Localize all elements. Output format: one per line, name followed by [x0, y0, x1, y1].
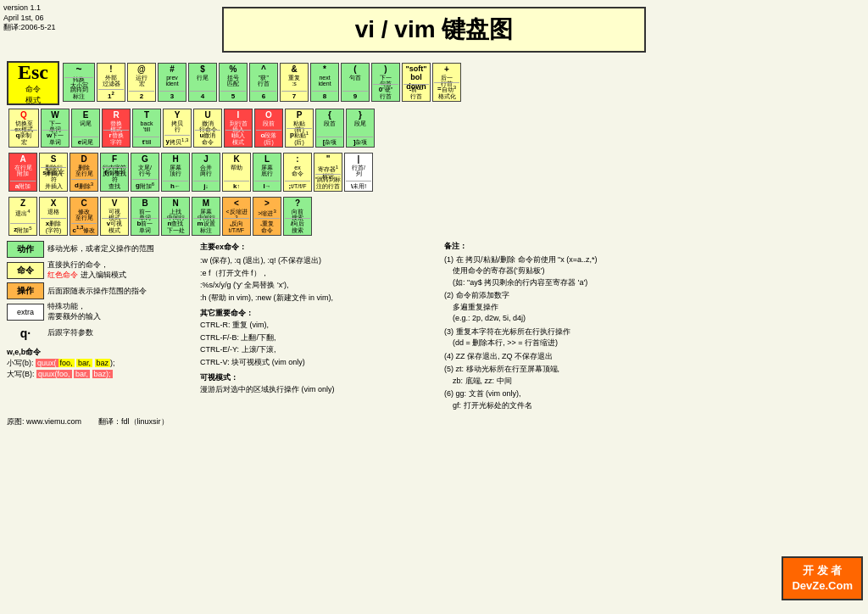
- cmd-h: :h (帮助 in vim), :new (新建文件 in vim),: [200, 292, 437, 304]
- key-Q[interactable]: Q 切换至ex模式 q录制宏: [8, 109, 39, 148]
- legend-q-symbol: q·: [7, 325, 44, 342]
- key-E[interactable]: E 词尾 e词尾: [71, 109, 100, 148]
- watermark: 开 发 者DevZe.Com: [782, 556, 863, 600]
- legend-action-color: 动作: [7, 241, 44, 258]
- page-title: vi / vim 键盘图: [229, 14, 639, 46]
- legend-action-desc: 移动光标，或者定义操作的范围: [47, 244, 154, 254]
- version-info: version 1.1 April 1st, 06 翻译:2006-5-21: [3, 3, 56, 33]
- key-D[interactable]: D 删除至行尾 d删除3: [70, 153, 98, 192]
- legend-section: 动作 移动光标，或者定义操作的范围 命令 直接执行的命令，红色命令 进入编辑模式…: [7, 241, 193, 380]
- footer-translator: 翻译：fdl（linuxsir）: [98, 416, 169, 427]
- cmd-ctrlfb: CTRL-F/-B: 上翻/下翻,: [200, 332, 437, 343]
- key-quote[interactable]: " 寄存器1标识 '跳转到标注的行首: [314, 153, 342, 192]
- cmd-s: :%s/x/y/g ('y' 全局替换 'x'),: [200, 279, 437, 291]
- note-4: (4) ZZ 保存退出, ZQ 不保存退出: [444, 351, 861, 363]
- key-8[interactable]: * nextident 8: [310, 63, 339, 102]
- web-commands: w,e,b命令 小写(b): quux(foo, bar, baz); 大写(B…: [7, 347, 193, 380]
- key-gt[interactable]: > >缩进3 .重复命令: [253, 197, 281, 236]
- key-question[interactable]: ? 向前搜索 /向后搜索: [283, 197, 312, 236]
- asdf-row: A 在行尾附加 a附加 S 删除行并插入 s删除字符并插入 D 删除至行尾 d删…: [7, 151, 375, 193]
- key-I[interactable]: I 到行首插入 i插入模式: [224, 109, 253, 148]
- note-1: (1) 在 拷贝/粘贴/删除 命令前使用 "x (x=a..z,*) 使用命令的…: [444, 254, 861, 289]
- cmd-w: :w (保存), :q (退出), :q! (不保存退出): [200, 254, 437, 266]
- notes-section: 备注： (1) 在 拷贝/粘贴/删除 命令前使用 "x (x=a..z,*) 使…: [444, 241, 861, 411]
- key-9[interactable]: ( 句首 9: [341, 63, 370, 102]
- key-U[interactable]: U 撤消行命令 u撤消命令: [193, 109, 222, 148]
- number-row: ~ 转换大小写 `跳转到标注 ! 外部过滤器 12 @ 运行宏 2: [61, 61, 463, 103]
- title-box: vi / vim 键盘图: [222, 7, 646, 53]
- cmd-e: :e f（打开文件 f），: [200, 267, 437, 279]
- key-7[interactable]: & 重复:s 7: [280, 63, 309, 102]
- key-W[interactable]: W 下一单词 w下一单词: [41, 109, 70, 148]
- key-J[interactable]: J 合并两行 j↓: [192, 153, 220, 192]
- legend-operation-color: 操作: [7, 282, 44, 299]
- key-4[interactable]: $ 行尾 4: [188, 63, 217, 102]
- key-minus[interactable]: "soft" boldown -前一行首: [402, 63, 431, 102]
- key-5[interactable]: % 括号匹配 5: [219, 63, 248, 102]
- key-T[interactable]: T back'till t'till: [132, 109, 161, 148]
- translated-text: 翻译:2006-5-21: [3, 23, 56, 33]
- key-K[interactable]: K 帮助 k↑: [222, 153, 251, 192]
- other-title: 其它重要命令：: [200, 307, 437, 319]
- cmd-ctrlr: CTRL-R: 重复 (vim),: [200, 319, 437, 331]
- footer: 原图: www.viemu.com 翻译：fdl（linuxsir）: [7, 416, 865, 427]
- key-G[interactable]: G 文尾/行号 g附加6: [131, 153, 159, 192]
- qwerty-row: Q 切换至ex模式 q录制宏 W 下一单词 w下一单词 E 词尾 e词尾: [7, 107, 376, 149]
- key-1[interactable]: ! 外部过滤器 12: [97, 63, 125, 102]
- key-plus[interactable]: + 后一行首 =自动3格式化: [432, 63, 461, 102]
- note-5: (5) zt: 移动光标所在行至屏幕顶端, zb: 底端, zz: 中间: [444, 364, 861, 387]
- key-L[interactable]: L 屏幕底行 l→: [253, 153, 281, 192]
- key-H[interactable]: H 屏幕顶行 h←: [161, 153, 190, 192]
- visual-desc: 漫游后对选中的区域执行操作 (vim only): [200, 383, 437, 395]
- key-S[interactable]: S 删除行并插入 s删除字符并插入: [39, 153, 68, 192]
- key-lbrace[interactable]: { 段首 [杂项: [315, 109, 344, 148]
- key-0[interactable]: ) 下一句首 0"硬"行首: [371, 63, 400, 102]
- note-2: (2) 命令前添加数字 多遍重复操作 (e.g.: 2p, d2w, 5i, d…: [444, 290, 861, 325]
- key-B[interactable]: B 前一单词 b前一单词: [131, 197, 159, 236]
- key-X[interactable]: X 退格 x删除(字符): [39, 197, 68, 236]
- key-colon[interactable]: : ex命令 ;t/T/f/F: [283, 153, 312, 192]
- legend-extra-desc: 特殊功能，需要额外的输入: [47, 302, 101, 321]
- key-A[interactable]: A 在行尾附加 a附加: [8, 153, 37, 192]
- key-2[interactable]: @ 运行宏 2: [127, 63, 156, 102]
- key-R[interactable]: R 替换模式 r替换字符: [102, 109, 131, 148]
- legend-command-desc: 直接执行的命令，红色命令 进入编辑模式: [47, 260, 126, 280]
- main-container: version 1.1 April 1st, 06 翻译:2006-5-21 v…: [0, 0, 868, 614]
- note-3: (3) 重复本字符在光标所在行执行操作 (dd = 删除本行, >> = 行首缩…: [444, 327, 861, 349]
- key-6[interactable]: ^ "获"行首 6: [249, 63, 278, 102]
- legend-q-desc: 后跟字符参数: [47, 327, 93, 338]
- date-text: April 1st, 06: [3, 14, 56, 24]
- legend-extra-color: extra: [7, 304, 44, 321]
- zxcv-row: Z 退出4 z附加5 X 退格 x删除(字符) C 修改至行尾 c1,3修改: [7, 195, 314, 237]
- key-rbrace[interactable]: } 段尾 ]杂项: [346, 109, 375, 148]
- key-P[interactable]: P 粘贴(前) p粘贴1(后): [285, 109, 314, 148]
- key-F[interactable]: F 行内字符反向查找 f行内字符查找: [100, 153, 129, 192]
- visual-title: 可视模式：: [200, 371, 437, 383]
- key-M[interactable]: M 屏幕中间行 m设置标注: [192, 197, 220, 236]
- key-Z[interactable]: Z 退出4 z附加5: [8, 197, 37, 236]
- note-6: (6) gg: 文首 (vim only), gf: 打开光标处的文件名: [444, 388, 861, 411]
- esc-key[interactable]: Esc 命令 模式: [7, 61, 59, 105]
- key-tilde[interactable]: ~ 转换大小写 `跳转到标注: [63, 63, 95, 102]
- key-3[interactable]: # prevident 3: [158, 63, 186, 102]
- cmd-ctrlv: CTRL-V: 块可视模式 (vim only): [200, 356, 437, 368]
- key-backslash[interactable]: | 行首/列 \未用!: [344, 153, 373, 192]
- cmd-ctrley: CTRL-E/-Y: 上滚/下滚,: [200, 343, 437, 355]
- key-lt[interactable]: < <反缩进3 ,反向t/T/f/F: [222, 197, 251, 236]
- key-O[interactable]: O 段前 o段落(后): [254, 109, 283, 148]
- commands-section: 主要ex命令： :w (保存), :q (退出), :q! (不保存退出) :e…: [200, 241, 437, 396]
- legend-command-color: 命令: [7, 262, 44, 279]
- key-V[interactable]: V 可视模式 v可视模式: [100, 197, 129, 236]
- footer-source: 原图: www.viemu.com: [7, 416, 81, 427]
- esc-label: Esc: [18, 61, 48, 84]
- key-N[interactable]: N 上找中间行 n查找下一处: [161, 197, 190, 236]
- main-ex-title: 主要ex命令：: [200, 241, 437, 253]
- notes-title: 备注：: [444, 241, 861, 253]
- legend-operation-desc: 后面跟随表示操作范围的指令: [47, 287, 147, 297]
- key-C[interactable]: C 修改至行尾 c1,3修改: [70, 197, 98, 236]
- key-Y[interactable]: Y 拷贝行 y拷贝1,3: [163, 109, 192, 148]
- version-text: version 1.1: [3, 3, 56, 14]
